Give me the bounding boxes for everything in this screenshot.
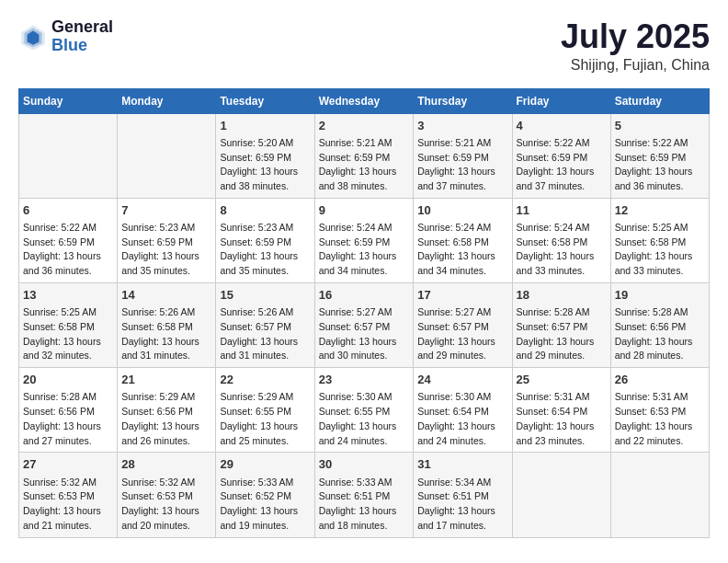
logo-blue: Blue: [51, 37, 113, 55]
weekday-header-row: Sunday Monday Tuesday Wednesday Thursday…: [19, 88, 710, 113]
calendar-cell: 8Sunrise: 5:23 AMSunset: 6:59 PMDaylight…: [216, 198, 314, 282]
calendar-cell: 28Sunrise: 5:32 AMSunset: 6:53 PMDayligh…: [118, 453, 216, 537]
calendar-cell: 10Sunrise: 5:24 AMSunset: 6:58 PMDayligh…: [414, 198, 512, 282]
sunrise-text: Sunrise: 5:21 AM: [417, 136, 507, 151]
daylight-text: Daylight: 13 hours and 17 minutes.: [417, 504, 507, 534]
calendar-cell: 16Sunrise: 5:27 AMSunset: 6:57 PMDayligh…: [314, 282, 414, 367]
sunrise-text: Sunrise: 5:22 AM: [615, 136, 705, 151]
calendar-cell: 2Sunrise: 5:21 AMSunset: 6:59 PMDaylight…: [314, 113, 414, 198]
sunset-text: Sunset: 6:56 PM: [615, 320, 705, 335]
daylight-text: Daylight: 13 hours and 36 minutes.: [23, 249, 113, 279]
day-info: Sunrise: 5:33 AMSunset: 6:52 PMDaylight:…: [220, 476, 310, 534]
calendar-cell: 14Sunrise: 5:26 AMSunset: 6:58 PMDayligh…: [118, 282, 216, 367]
logo-general: General: [51, 18, 113, 37]
day-number: 16: [319, 287, 410, 304]
calendar-cell: 3Sunrise: 5:21 AMSunset: 6:59 PMDaylight…: [414, 113, 512, 198]
header-sunday: Sunday: [19, 88, 118, 113]
sunset-text: Sunset: 6:53 PM: [615, 405, 705, 419]
day-number: 31: [417, 456, 507, 473]
sunset-text: Sunset: 6:58 PM: [417, 236, 507, 250]
day-info: Sunrise: 5:22 AMSunset: 6:59 PMDaylight:…: [517, 136, 607, 194]
daylight-text: Daylight: 13 hours and 18 minutes.: [319, 504, 410, 534]
header-saturday: Saturday: [610, 88, 709, 113]
sunrise-text: Sunrise: 5:33 AM: [220, 476, 310, 490]
day-info: Sunrise: 5:21 AMSunset: 6:59 PMDaylight:…: [319, 136, 410, 194]
sunrise-text: Sunrise: 5:28 AM: [517, 305, 607, 320]
sunrise-text: Sunrise: 5:26 AM: [220, 305, 310, 320]
daylight-text: Daylight: 13 hours and 37 minutes.: [417, 165, 507, 194]
header-friday: Friday: [512, 88, 610, 113]
calendar-cell: 31Sunrise: 5:34 AMSunset: 6:51 PMDayligh…: [414, 453, 512, 537]
sunset-text: Sunset: 6:55 PM: [319, 405, 410, 419]
header-tuesday: Tuesday: [216, 88, 314, 113]
calendar-cell: 7Sunrise: 5:23 AMSunset: 6:59 PMDaylight…: [118, 198, 216, 282]
logo-text: General Blue: [51, 18, 113, 55]
day-info: Sunrise: 5:23 AMSunset: 6:59 PMDaylight:…: [121, 221, 211, 279]
calendar-cell: 17Sunrise: 5:27 AMSunset: 6:57 PMDayligh…: [414, 282, 512, 367]
daylight-text: Daylight: 13 hours and 32 minutes.: [23, 335, 113, 364]
daylight-text: Daylight: 13 hours and 30 minutes.: [319, 335, 410, 364]
calendar-cell: [118, 113, 216, 198]
sunset-text: Sunset: 6:57 PM: [319, 320, 410, 335]
sunrise-text: Sunrise: 5:20 AM: [220, 136, 310, 151]
daylight-text: Daylight: 13 hours and 31 minutes.: [220, 335, 310, 364]
day-info: Sunrise: 5:22 AMSunset: 6:59 PMDaylight:…: [23, 221, 113, 279]
daylight-text: Daylight: 13 hours and 19 minutes.: [220, 504, 310, 534]
day-info: Sunrise: 5:27 AMSunset: 6:57 PMDaylight:…: [319, 305, 410, 363]
daylight-text: Daylight: 13 hours and 36 minutes.: [615, 165, 705, 194]
sunset-text: Sunset: 6:59 PM: [517, 151, 607, 166]
day-number: 25: [517, 372, 607, 388]
calendar-cell: 25Sunrise: 5:31 AMSunset: 6:54 PMDayligh…: [512, 368, 610, 453]
day-info: Sunrise: 5:24 AMSunset: 6:59 PMDaylight:…: [319, 221, 410, 279]
day-number: 11: [517, 202, 607, 219]
day-number: 23: [319, 372, 410, 388]
sunset-text: Sunset: 6:58 PM: [121, 320, 211, 335]
calendar-cell: 19Sunrise: 5:28 AMSunset: 6:56 PMDayligh…: [610, 282, 709, 367]
month-year: July 2025: [561, 18, 710, 55]
daylight-text: Daylight: 13 hours and 34 minutes.: [417, 249, 507, 279]
sunset-text: Sunset: 6:59 PM: [319, 151, 410, 166]
sunset-text: Sunset: 6:59 PM: [220, 236, 310, 250]
day-number: 22: [220, 372, 310, 388]
daylight-text: Daylight: 13 hours and 24 minutes.: [417, 419, 507, 449]
day-number: 12: [615, 202, 705, 219]
calendar-cell: 22Sunrise: 5:29 AMSunset: 6:55 PMDayligh…: [216, 368, 314, 453]
calendar-body: 1Sunrise: 5:20 AMSunset: 6:59 PMDaylight…: [19, 113, 710, 537]
sunrise-text: Sunrise: 5:28 AM: [23, 390, 113, 405]
sunrise-text: Sunrise: 5:24 AM: [417, 221, 507, 236]
day-info: Sunrise: 5:30 AMSunset: 6:54 PMDaylight:…: [417, 390, 507, 448]
day-number: 29: [220, 456, 310, 473]
day-number: 8: [220, 202, 310, 219]
sunrise-text: Sunrise: 5:30 AM: [417, 390, 507, 405]
sunset-text: Sunset: 6:56 PM: [23, 405, 113, 419]
calendar-week-row: 20Sunrise: 5:28 AMSunset: 6:56 PMDayligh…: [19, 368, 710, 453]
daylight-text: Daylight: 13 hours and 22 minutes.: [615, 419, 705, 449]
day-info: Sunrise: 5:20 AMSunset: 6:59 PMDaylight:…: [220, 136, 310, 194]
calendar-cell: [512, 453, 610, 537]
sunrise-text: Sunrise: 5:21 AM: [319, 136, 410, 151]
calendar-cell: 11Sunrise: 5:24 AMSunset: 6:58 PMDayligh…: [512, 198, 610, 282]
day-info: Sunrise: 5:28 AMSunset: 6:56 PMDaylight:…: [615, 305, 705, 363]
sunrise-text: Sunrise: 5:22 AM: [517, 136, 607, 151]
calendar-cell: 23Sunrise: 5:30 AMSunset: 6:55 PMDayligh…: [314, 368, 414, 453]
sunrise-text: Sunrise: 5:26 AM: [121, 305, 211, 320]
daylight-text: Daylight: 13 hours and 31 minutes.: [121, 335, 211, 364]
title-block: July 2025 Shijing, Fujian, China: [561, 18, 710, 74]
sunset-text: Sunset: 6:57 PM: [417, 320, 507, 335]
sunrise-text: Sunrise: 5:32 AM: [121, 476, 211, 490]
day-number: 30: [319, 456, 410, 473]
daylight-text: Daylight: 13 hours and 25 minutes.: [220, 419, 310, 449]
sunset-text: Sunset: 6:59 PM: [417, 151, 507, 166]
daylight-text: Daylight: 13 hours and 29 minutes.: [517, 335, 607, 364]
sunrise-text: Sunrise: 5:27 AM: [417, 305, 507, 320]
sunset-text: Sunset: 6:58 PM: [615, 236, 705, 250]
sunset-text: Sunset: 6:56 PM: [121, 405, 211, 419]
sunset-text: Sunset: 6:53 PM: [121, 489, 211, 504]
daylight-text: Daylight: 13 hours and 20 minutes.: [121, 504, 211, 534]
sunrise-text: Sunrise: 5:29 AM: [220, 390, 310, 405]
calendar-cell: 29Sunrise: 5:33 AMSunset: 6:52 PMDayligh…: [216, 453, 314, 537]
day-number: 3: [417, 118, 507, 134]
calendar-week-row: 27Sunrise: 5:32 AMSunset: 6:53 PMDayligh…: [19, 453, 710, 537]
header-thursday: Thursday: [414, 88, 512, 113]
daylight-text: Daylight: 13 hours and 37 minutes.: [517, 165, 607, 194]
